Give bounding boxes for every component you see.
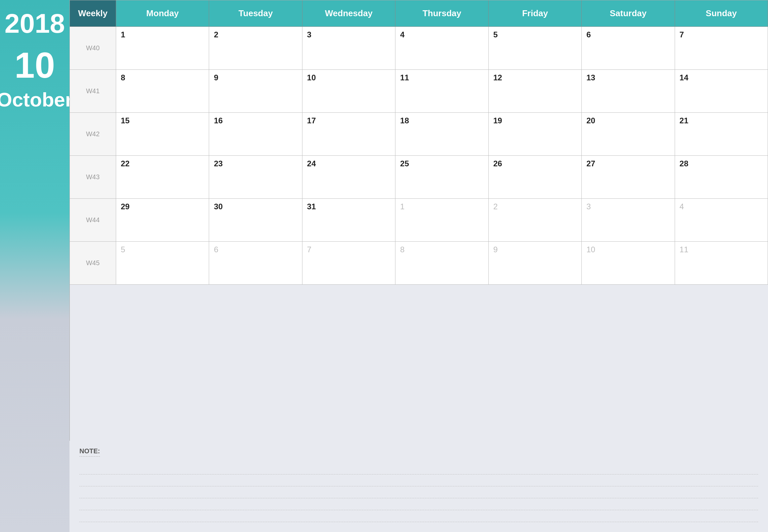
w40-label: W40 [86,44,100,52]
day-oct-15: 15 [116,113,209,156]
calendar-grid: Weekly Monday Tuesday Wednesday Thursday… [69,0,768,441]
monday-label: Monday [146,8,179,19]
day-oct-2: 2 [209,27,302,70]
day-oct-8: 8 [116,70,209,113]
year-label: 2018 [5,10,65,37]
day-nov-10: 10 [582,242,675,285]
day-oct-5: 5 [489,27,582,70]
day-oct-12: 12 [489,70,582,113]
day-oct-16: 16 [209,113,302,156]
day-oct-10: 10 [303,70,395,113]
thursday-label: Thursday [423,8,461,19]
notes-line-2[interactable] [79,474,758,486]
thursday-header: Thursday [395,0,488,27]
saturday-label: Saturday [610,8,647,19]
day-nov-9: 9 [489,242,582,285]
week-w43: W43 [70,156,116,199]
week-w44: W44 [70,199,116,242]
day-oct-3: 3 [303,27,395,70]
day-nov-4: 4 [675,199,768,242]
week-w40: W40 [70,27,116,70]
notes-line-4[interactable] [79,498,758,510]
day-oct-13: 13 [582,70,675,113]
day-nov-6: 6 [209,242,302,285]
weekly-label: Weekly [78,8,107,19]
wednesday-label: Wednesday [325,8,373,19]
friday-label: Friday [522,8,548,19]
calendar-page: 2018 10 October Weekly Monday Tuesday We… [0,0,768,532]
notes-line-3[interactable] [79,486,758,498]
day-oct-30: 30 [209,199,302,242]
day-oct-19: 19 [489,113,582,156]
day-nov-1: 1 [395,199,488,242]
notes-label: NOTE: [79,447,100,457]
monday-header: Monday [116,0,209,27]
w45-label: W45 [86,259,100,267]
day-nov-7: 7 [303,242,395,285]
w44-label: W44 [86,216,100,224]
week-w45: W45 [70,242,116,285]
tuesday-label: Tuesday [239,8,273,19]
day-oct-20: 20 [582,113,675,156]
w41-label: W41 [86,87,100,95]
day-oct-26: 26 [489,156,582,199]
sunday-label: Sunday [706,8,737,19]
main-area: Weekly Monday Tuesday Wednesday Thursday… [69,0,768,532]
sidebar: 2018 10 October [0,0,69,532]
day-oct-22: 22 [116,156,209,199]
day-nov-5: 5 [116,242,209,285]
w43-label: W43 [86,173,100,181]
day-oct-1: 1 [116,27,209,70]
day-oct-14: 14 [675,70,768,113]
notes-line-5[interactable] [79,510,758,522]
sunday-header: Sunday [675,0,768,27]
day-oct-9: 9 [209,70,302,113]
month-name-label: October [0,90,73,110]
notes-line-1[interactable] [79,463,758,474]
saturday-header: Saturday [582,0,675,27]
week-w42: W42 [70,113,116,156]
day-oct-27: 27 [582,156,675,199]
week-w41: W41 [70,70,116,113]
day-oct-7: 7 [675,27,768,70]
month-number-label: 10 [15,47,55,83]
day-oct-6: 6 [582,27,675,70]
day-oct-29: 29 [116,199,209,242]
day-oct-23: 23 [209,156,302,199]
notes-section: NOTE: [69,441,768,532]
day-oct-18: 18 [395,113,488,156]
day-oct-31: 31 [303,199,395,242]
wednesday-header: Wednesday [303,0,395,27]
day-oct-25: 25 [395,156,488,199]
day-oct-21: 21 [675,113,768,156]
day-oct-17: 17 [303,113,395,156]
day-oct-11: 11 [395,70,488,113]
day-nov-8: 8 [395,242,488,285]
tuesday-header: Tuesday [209,0,302,27]
w42-label: W42 [86,130,100,138]
day-oct-28: 28 [675,156,768,199]
day-nov-11: 11 [675,242,768,285]
day-oct-24: 24 [303,156,395,199]
day-oct-4: 4 [395,27,488,70]
friday-header: Friday [489,0,582,27]
day-nov-3: 3 [582,199,675,242]
day-nov-2: 2 [489,199,582,242]
weekly-header: Weekly [70,0,116,27]
